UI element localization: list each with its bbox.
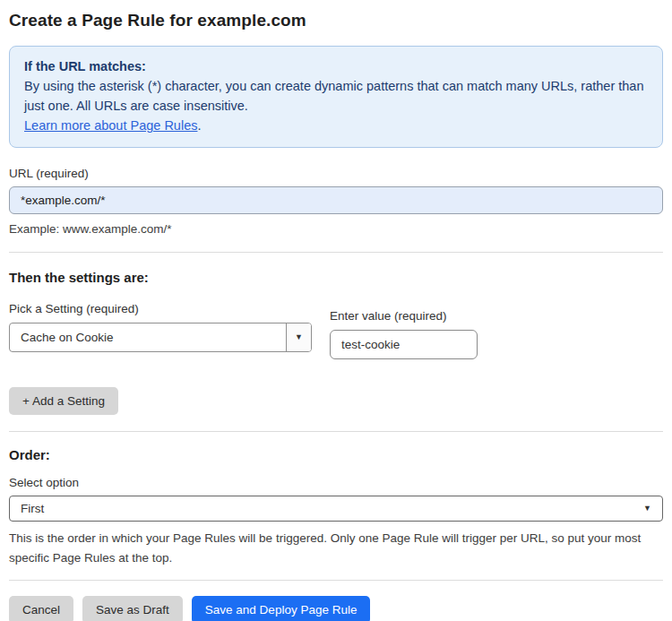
order-select[interactable]: First ▼ — [9, 496, 663, 522]
url-example-helper: Example: www.example.com/* — [9, 222, 663, 236]
caret-down-icon: ▼ — [643, 505, 651, 513]
divider — [9, 580, 663, 581]
order-helper-text: This is the order in which your Page Rul… — [9, 529, 663, 568]
page-rule-form: Create a Page Rule for example.com If th… — [0, 0, 672, 621]
save-as-draft-button[interactable]: Save as Draft — [82, 596, 183, 621]
order-section-heading: Order: — [9, 447, 663, 462]
link-suffix: . — [197, 118, 201, 133]
setting-select-value: Cache on Cookie — [10, 323, 286, 351]
divider — [9, 252, 663, 253]
cancel-button[interactable]: Cancel — [9, 596, 73, 621]
settings-section-heading: Then the settings are: — [9, 270, 663, 285]
divider — [9, 431, 663, 432]
order-select-value: First — [21, 502, 44, 515]
caret-down-icon: ▼ — [295, 333, 303, 341]
info-box-link-line: Learn more about Page Rules. — [24, 116, 648, 135]
learn-more-link[interactable]: Learn more about Page Rules — [24, 118, 197, 133]
url-section: URL (required) Example: www.example.com/… — [9, 167, 663, 236]
url-match-info-box: If the URL matches: By using the asteris… — [9, 46, 663, 148]
setting-select-arrow-button[interactable]: ▼ — [286, 323, 311, 351]
enter-value-column: Enter value (required) — [330, 302, 478, 359]
url-field-label: URL (required) — [9, 167, 663, 180]
pick-setting-label: Pick a Setting (required) — [9, 302, 312, 315]
info-box-heading: If the URL matches: — [24, 56, 648, 76]
setting-select[interactable]: Cache on Cookie ▼ — [9, 323, 312, 352]
save-and-deploy-button[interactable]: Save and Deploy Page Rule — [192, 596, 371, 621]
add-setting-button[interactable]: + Add a Setting — [9, 387, 118, 415]
setting-value-input[interactable] — [330, 330, 478, 359]
enter-value-label: Enter value (required) — [330, 309, 478, 323]
page-title: Create a Page Rule for example.com — [9, 11, 663, 30]
info-box-body: By using the asterisk (*) character, you… — [24, 76, 648, 116]
order-select-label: Select option — [9, 476, 663, 489]
footer-actions: Cancel Save as Draft Save and Deploy Pag… — [9, 596, 663, 621]
url-input[interactable] — [9, 186, 663, 214]
setting-row: Pick a Setting (required) Cache on Cooki… — [9, 302, 663, 359]
pick-setting-column: Pick a Setting (required) Cache on Cooki… — [9, 302, 312, 352]
